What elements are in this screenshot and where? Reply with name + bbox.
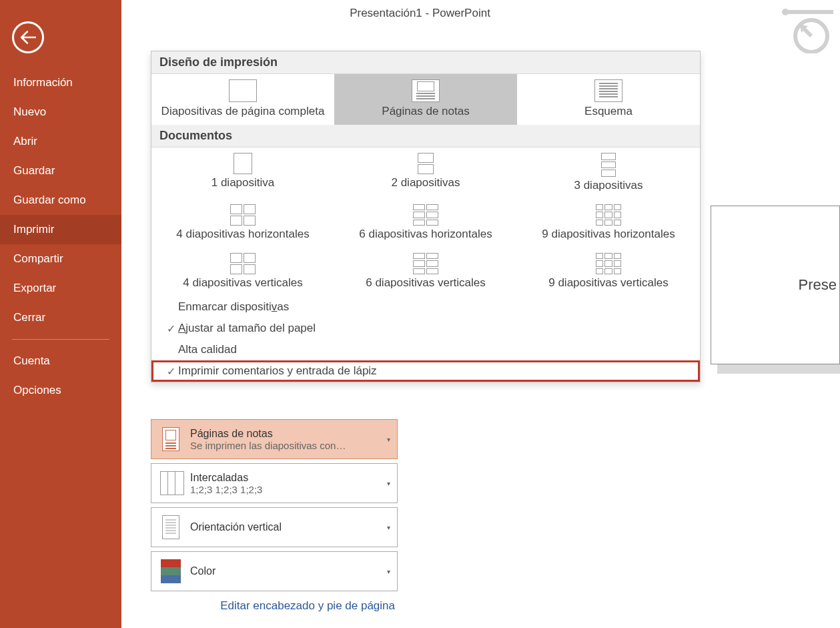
handout-6v[interactable]: 6 diapositivas verticales [334,248,517,296]
preview-text: Prese [799,276,837,294]
print-settings-column: Páginas de notasSe imprimen las diaposit… [151,419,398,613]
full-page-icon [229,79,257,102]
nav-abrir[interactable]: Abrir [0,127,121,156]
chevron-down-icon: ▾ [387,568,390,575]
handout-2-icon [418,153,434,174]
handout-label: 9 diapositivas verticales [517,276,700,290]
chevron-down-icon: ▾ [387,480,390,487]
setting-collate-dropdown[interactable]: Intercaladas1;2;3 1;2;3 1;2;3 ▾ [151,463,398,503]
layout-label: Esquema [517,105,700,118]
setting-subtitle: 1;2;3 1;2;3 1;2;3 [190,484,390,495]
setting-title: Orientación vertical [190,521,390,533]
layout-full-page[interactable]: Diapositivas de página completa [151,74,334,125]
handout-6h[interactable]: 6 diapositivas horizontales [334,199,517,248]
nav-compartir[interactable]: Compartir [0,244,121,274]
nav-opciones[interactable]: Opciones [0,376,121,405]
handout-3-icon [601,153,616,177]
layout-label: Páginas de notas [334,105,517,118]
svg-point-3 [782,9,789,15]
nav-nuevo[interactable]: Nuevo [0,97,121,127]
section-print-layout: Diseño de impresión [151,51,700,74]
handout-6h-icon [413,204,438,226]
setting-title: Color [190,565,390,577]
nav-cerrar[interactable]: Cerrar [0,303,121,332]
layout-outline[interactable]: Esquema [517,74,700,125]
handout-label: 3 diapositivas [517,179,700,192]
opt-label: Imprimir comentarios y entrada de lápiz [178,364,377,378]
handout-label: 1 diapositiva [151,176,334,190]
notes-page-icon [162,427,179,451]
handout-label: 4 diapositivas horizontales [151,228,334,241]
setting-subtitle: Se imprimen las diapositivas con… [190,440,390,451]
handout-9h[interactable]: 9 diapositivas horizontales [517,199,700,248]
backstage-sidebar: Información Nuevo Abrir Guardar Guardar … [0,0,121,628]
chevron-down-icon: ▾ [387,436,390,443]
app-title: Presentación1 - PowerPoint [0,7,840,20]
handout-9v[interactable]: 9 diapositivas verticales [517,248,700,296]
opt-scale-to-fit[interactable]: ✓ Ajustar al tamaño del papel [151,318,700,339]
handout-4h-icon [230,204,256,226]
layout-label: Diapositivas de página completa [151,105,334,118]
handout-4v-icon [230,253,256,274]
section-handouts: Documentos [151,125,700,147]
handout-9h-icon [596,204,621,226]
handout-label: 4 diapositivas verticales [151,276,334,290]
chevron-down-icon: ▾ [387,524,390,531]
collate-icon [160,471,182,495]
check-icon: ✓ [163,365,178,378]
notes-page-icon [412,79,440,102]
opt-frame-slides[interactable]: Enmarcar dispositivas [151,296,700,318]
setting-layout-dropdown[interactable]: Páginas de notasSe imprimen las diaposit… [151,419,398,459]
portrait-icon [162,515,179,539]
arrow-left-icon [19,29,37,46]
nav-separator [12,339,109,340]
handout-6v-icon [413,253,438,274]
print-layout-dropdown: Diseño de impresión Diapositivas de pági… [151,51,701,382]
print-preview-page: Prese [711,206,840,364]
check-icon: ✓ [163,322,178,335]
setting-title: Intercaladas [190,472,390,484]
handout-4v[interactable]: 4 diapositivas verticales [151,248,334,296]
handout-1[interactable]: 1 diapositiva [151,147,334,199]
handout-2[interactable]: 2 diapositivas [334,147,517,199]
handout-label: 2 diapositivas [334,176,517,190]
handout-label: 9 diapositivas horizontales [517,228,700,241]
nav-guardar-como[interactable]: Guardar como [0,186,121,215]
opt-label: Enmarcar dispositivas [178,300,289,314]
edit-header-footer-link[interactable]: Editar encabezado y pie de página [220,599,395,612]
outline-icon [594,79,622,102]
nav-imprimir[interactable]: Imprimir [0,215,121,244]
opt-label: Alta calidad [178,343,237,356]
opt-high-quality[interactable]: Alta calidad [151,339,700,360]
handout-3[interactable]: 3 diapositivas [517,147,700,199]
nav-cuenta[interactable]: Cuenta [0,346,121,376]
back-button[interactable] [12,21,44,53]
nav-guardar[interactable]: Guardar [0,156,121,186]
handout-9v-icon [596,253,621,274]
handout-4h[interactable]: 4 diapositivas horizontales [151,199,334,248]
layout-notes-pages[interactable]: Páginas de notas [334,74,517,125]
nav-exportar[interactable]: Exportar [0,274,121,303]
nav-informacion[interactable]: Información [0,68,121,97]
opt-print-comments-ink[interactable]: ✓ Imprimir comentarios y entrada de lápi… [151,360,700,382]
setting-color-dropdown[interactable]: Color ▾ [151,551,398,591]
help-pointer-icon [781,4,835,53]
color-swatch-icon [161,559,181,583]
handout-1-icon [234,153,252,174]
setting-title: Páginas de notas [190,428,390,440]
handout-label: 6 diapositivas horizontales [334,228,517,241]
opt-label: Ajustar al tamaño del papel [178,322,316,335]
setting-orientation-dropdown[interactable]: Orientación vertical ▾ [151,507,398,547]
handout-label: 6 diapositivas verticales [334,276,517,290]
